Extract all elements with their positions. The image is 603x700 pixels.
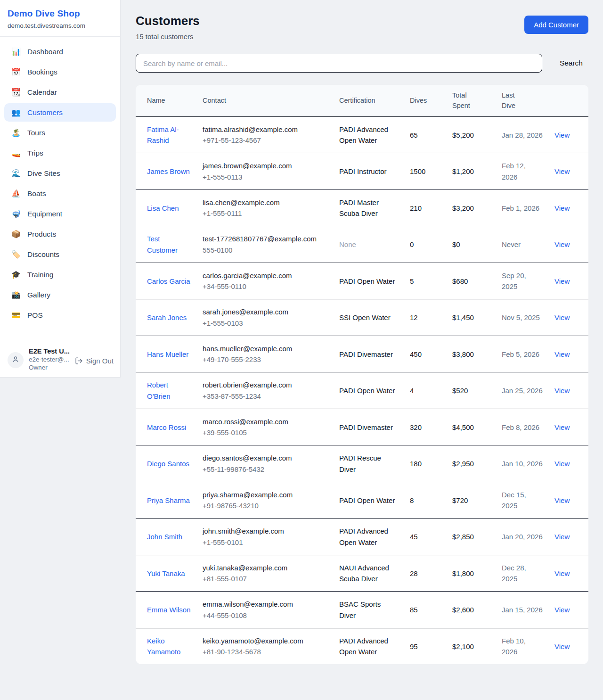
- speedboat-icon: 🚤: [11, 148, 21, 157]
- view-customer-link[interactable]: View: [554, 606, 570, 614]
- customer-name-link[interactable]: Keiko Yamamoto: [147, 637, 180, 656]
- table-row: Marco Rossi marco.rossi@example.com +39-…: [136, 409, 588, 445]
- sidebar-user-section: E2E Test U... e2e-tester@... Owner Sign …: [0, 341, 120, 377]
- customer-phone: +49-170-555-2233: [203, 354, 328, 365]
- sidebar-item-tours[interactable]: 🏝️ Tours: [4, 124, 116, 142]
- user-role: Owner: [29, 364, 70, 371]
- customer-total-spent: $1,800: [452, 569, 474, 577]
- sidebar-item-dive-sites[interactable]: 🌊 Dive Sites: [4, 164, 116, 182]
- sidebar-item-calendar[interactable]: 📆 Calendar: [4, 83, 116, 101]
- view-customer-link[interactable]: View: [554, 533, 570, 541]
- view-customer-link[interactable]: View: [554, 387, 570, 395]
- view-customer-link[interactable]: View: [554, 204, 570, 212]
- table-row: Carlos Garcia carlos.garcia@example.com …: [136, 263, 588, 299]
- customer-name-link[interactable]: James Brown: [147, 167, 190, 175]
- customer-phone: +1-555-0113: [203, 172, 328, 182]
- customer-last-dive: Jan 20, 2026: [502, 533, 543, 541]
- sidebar-item-discounts[interactable]: 🏷️ Discounts: [4, 245, 116, 264]
- customer-total-spent: $2,850: [452, 533, 474, 541]
- customer-total-spent: $1,450: [452, 313, 474, 321]
- table-row: Yuki Tanaka yuki.tanaka@example.com +81-…: [136, 555, 588, 592]
- customer-name-link[interactable]: Emma Wilson: [147, 606, 191, 614]
- shop-domain: demo.test.divestreams.com: [8, 22, 113, 29]
- contact-cell: hans.mueller@example.com +49-170-555-223…: [197, 336, 334, 372]
- customer-dives: 65: [410, 131, 418, 139]
- customer-certification: PADI Open Water: [339, 496, 395, 504]
- customer-email: test-1772681807767@example.com: [203, 233, 328, 244]
- search-input[interactable]: [136, 54, 542, 73]
- customers-table-card: Name Contact Certification Dives Total S…: [136, 85, 588, 664]
- customer-total-spent: $5,200: [452, 131, 474, 139]
- bar-chart-icon: 📊: [11, 47, 21, 56]
- view-customer-link[interactable]: View: [554, 423, 570, 431]
- sidebar-item-gallery[interactable]: 📸 Gallery: [4, 286, 116, 304]
- column-header-total-spent: Total Spent: [447, 85, 496, 116]
- search-button[interactable]: Search: [554, 56, 588, 70]
- customer-name-link[interactable]: Yuki Tanaka: [147, 569, 185, 577]
- sidebar-item-dashboard[interactable]: 📊 Dashboard: [4, 42, 116, 61]
- contact-cell: lisa.chen@example.com +1-555-0111: [197, 189, 334, 226]
- contact-cell: fatima.alrashid@example.com +971-55-123-…: [197, 116, 334, 153]
- view-customer-link[interactable]: View: [554, 496, 570, 504]
- sidebar: Demo Dive Shop demo.test.divestreams.com…: [0, 0, 121, 378]
- sidebar-item-equipment[interactable]: 🤿 Equipment: [4, 205, 116, 223]
- customer-email: diego.santos@example.com: [203, 453, 328, 463]
- contact-cell: keiko.yamamoto@example.com +81-90-1234-5…: [197, 628, 334, 664]
- customer-total-spent: $520: [452, 387, 468, 395]
- contact-cell: priya.sharma@example.com +91-98765-43210: [197, 482, 334, 519]
- customer-name-link[interactable]: Fatima Al-Rashid: [147, 125, 179, 144]
- column-header-name: Name: [136, 85, 197, 116]
- sidebar-item-customers[interactable]: 👥 Customers: [4, 103, 116, 122]
- table-row: Fatima Al-Rashid fatima.alrashid@example…: [136, 116, 588, 153]
- table-row: Lisa Chen lisa.chen@example.com +1-555-0…: [136, 189, 588, 226]
- customer-name-link[interactable]: Carlos Garcia: [147, 277, 190, 285]
- people-icon: 👥: [11, 108, 21, 117]
- column-header-last-dive: Last Dive: [496, 85, 549, 116]
- customer-name-link[interactable]: Sarah Jones: [147, 313, 187, 321]
- customer-last-dive: Feb 8, 2026: [502, 423, 539, 431]
- view-customer-link[interactable]: View: [554, 350, 570, 358]
- view-customer-link[interactable]: View: [554, 240, 570, 248]
- sailboat-icon: ⛵: [11, 189, 21, 198]
- customer-name-link[interactable]: Marco Rossi: [147, 423, 186, 431]
- table-row: Keiko Yamamoto keiko.yamamoto@example.co…: [136, 628, 588, 664]
- customer-certification: PADI Open Water: [339, 387, 395, 395]
- customer-name-link[interactable]: John Smith: [147, 533, 182, 541]
- sidebar-item-products[interactable]: 📦 Products: [4, 225, 116, 243]
- view-customer-link[interactable]: View: [554, 167, 570, 175]
- table-row: Sarah Jones sarah.jones@example.com +1-5…: [136, 299, 588, 336]
- sidebar-item-pos[interactable]: 💳 POS: [4, 306, 116, 324]
- customer-email: james.brown@example.com: [203, 160, 328, 171]
- view-customer-link[interactable]: View: [554, 569, 570, 577]
- customer-certification: PADI Master Scuba Diver: [339, 198, 379, 217]
- sidebar-item-trips[interactable]: 🚤 Trips: [4, 144, 116, 162]
- add-customer-button[interactable]: Add Customer: [524, 16, 588, 34]
- main-content: Customers 15 total customers Add Custome…: [121, 0, 603, 678]
- sidebar-item-bookings[interactable]: 📅 Bookings: [4, 63, 116, 81]
- sidebar-item-training[interactable]: 🎓 Training: [4, 265, 116, 284]
- app-root: Demo Dive Shop demo.test.divestreams.com…: [0, 0, 603, 678]
- customer-name-link[interactable]: Test Customer: [147, 235, 178, 254]
- sign-out-button[interactable]: Sign Out: [75, 357, 114, 365]
- diving-mask-icon: 🤿: [11, 209, 21, 218]
- customer-name-link[interactable]: Hans Mueller: [147, 350, 188, 358]
- page-title: Customers: [136, 14, 200, 28]
- customer-name-link[interactable]: Lisa Chen: [147, 204, 179, 212]
- customer-name-link[interactable]: Robert O'Brien: [147, 381, 171, 400]
- customer-total-spent: $2,600: [452, 606, 474, 614]
- sidebar-item-boats[interactable]: ⛵ Boats: [4, 184, 116, 203]
- view-customer-link[interactable]: View: [554, 460, 570, 468]
- view-customer-link[interactable]: View: [554, 313, 570, 321]
- customer-email: robert.obrien@example.com: [203, 379, 328, 390]
- contact-cell: emma.wilson@example.com +44-555-0108: [197, 592, 334, 628]
- person-icon: [11, 355, 20, 365]
- customer-dives: 85: [410, 606, 418, 614]
- view-customer-link[interactable]: View: [554, 131, 570, 139]
- customer-name-link[interactable]: Priya Sharma: [147, 496, 190, 504]
- customer-name-link[interactable]: Diego Santos: [147, 460, 189, 468]
- page-header: Customers 15 total customers Add Custome…: [136, 14, 588, 41]
- customer-dives: 45: [410, 533, 418, 541]
- customer-total-spent: $2,950: [452, 460, 474, 468]
- view-customer-link[interactable]: View: [554, 642, 570, 651]
- view-customer-link[interactable]: View: [554, 277, 570, 285]
